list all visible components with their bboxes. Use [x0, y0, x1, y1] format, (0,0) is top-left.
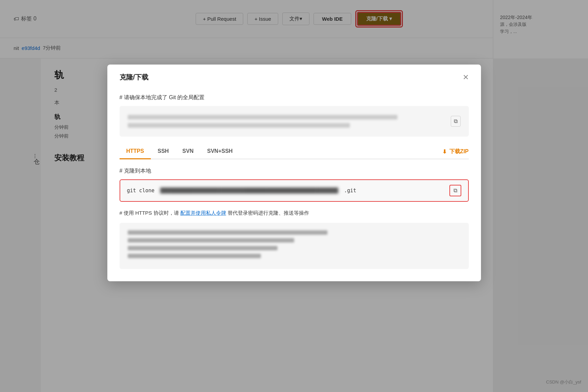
https-notice-prefix: # 使用 HTTPS 协议时，请 [120, 210, 180, 216]
copy-config-button[interactable]: ⧉ [451, 116, 461, 127]
modal-title: 克隆/下载 [120, 73, 149, 82]
git-clone-suffix: .git [344, 188, 356, 194]
bottom-blur-3 [128, 246, 278, 250]
modal-header: 克隆/下载 ✕ [107, 65, 481, 89]
git-config-comment: # 请确保本地完成了 Git 的全局配置 [120, 94, 469, 101]
bottom-code-block [120, 223, 469, 269]
download-zip-label: 下载ZIP [449, 148, 469, 155]
download-zip-button[interactable]: ⬇ 下载ZIP [442, 148, 469, 155]
clone-download-modal: 克隆/下载 ✕ # 请确保本地完成了 Git 的全局配置 ⧉ HTTPS SSH… [107, 65, 481, 281]
git-clone-text: git clone ██████████████████████████████… [127, 188, 444, 194]
https-notice-link[interactable]: 配置并使用私人令牌 [180, 210, 226, 216]
background-page: 🏷 标签 0 + Pull Request + Issue 文件▾ Web ID… [0, 0, 588, 392]
bottom-blur-1 [128, 230, 327, 235]
bottom-blur-2 [128, 238, 294, 243]
tab-https[interactable]: HTTPS [120, 145, 151, 159]
tab-svnplusssh[interactable]: SVN+SSH [200, 145, 239, 159]
git-clone-prefix: git clone [127, 188, 155, 194]
git-config-code-block: ⧉ [120, 106, 469, 137]
clone-comment: # 克隆到本地 [120, 167, 469, 175]
tab-svn[interactable]: SVN [176, 145, 200, 159]
https-notice-suffix: 替代登录密码进行克隆、推送等操作 [228, 210, 309, 216]
modal-body: # 请确保本地完成了 Git 的全局配置 ⧉ HTTPS SSH SVN SVN… [107, 89, 481, 281]
copy-clone-url-button[interactable]: ⧉ [449, 185, 461, 196]
bottom-blur-4 [128, 254, 261, 258]
blur-line-2 [128, 123, 350, 128]
blur-line-1 [128, 115, 398, 120]
tab-ssh[interactable]: SSH [151, 145, 176, 159]
git-clone-url: ████████████████████████████████████████… [160, 188, 338, 194]
https-notice: # 使用 HTTPS 协议时，请 配置并使用私人令牌 替代登录密码进行克隆、推送… [120, 209, 469, 217]
modal-close-button[interactable]: ✕ [463, 74, 469, 81]
protocol-tabs: HTTPS SSH SVN SVN+SSH ⬇ 下载ZIP [120, 145, 469, 159]
download-zip-icon: ⬇ [442, 148, 447, 155]
blurred-config-content [128, 115, 445, 128]
git-clone-row: git clone ██████████████████████████████… [120, 179, 469, 202]
